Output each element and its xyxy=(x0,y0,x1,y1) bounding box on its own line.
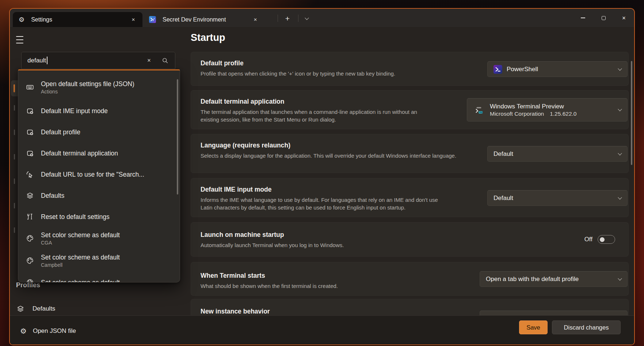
cursor-icon xyxy=(26,170,34,178)
sidebar-profiles-header: Profiles xyxy=(16,281,40,289)
default-terminal-app-dropdown[interactable]: PRE Windows Terminal Preview Microsoft C… xyxy=(467,98,628,122)
search-result-set-color-scheme-clipped[interactable]: Set color scheme as default xyxy=(18,272,180,282)
app-publisher: Microsoft Corporation xyxy=(490,111,544,117)
keyboard-icon xyxy=(26,83,34,91)
language-dropdown[interactable]: Default xyxy=(487,146,628,162)
when-terminal-starts-dropdown[interactable]: Open a tab with the default profile xyxy=(480,271,628,287)
tab-divider xyxy=(278,15,278,22)
sidebar-item-fragment xyxy=(14,154,15,159)
result-subtitle: CGA xyxy=(41,240,120,246)
search-result-default-profile[interactable]: Default profile xyxy=(18,122,180,143)
search-result-default-terminal-application[interactable]: Default terminal application xyxy=(18,143,180,164)
search-result-default-url-search[interactable]: Default URL to use for the "Search... xyxy=(18,164,180,185)
open-json-label: Open JSON file xyxy=(33,327,76,335)
launch-icon xyxy=(26,107,34,115)
page-title: Startup xyxy=(191,32,225,43)
chevron-down-icon xyxy=(618,66,622,70)
result-title: Set color scheme as default xyxy=(41,279,120,283)
nav-menu-button[interactable] xyxy=(16,35,27,45)
dropdown-value: Windows Terminal Preview xyxy=(490,103,576,110)
tab-settings[interactable]: ⚙ Settings ✕ xyxy=(13,12,142,27)
chevron-down-icon xyxy=(618,107,622,111)
sidebar-item-fragment xyxy=(14,130,15,135)
tab-divider xyxy=(298,15,298,22)
search-result-default-ime-input-mode[interactable]: Default IME input mode xyxy=(18,100,180,122)
dropdown-value: Default xyxy=(494,195,513,202)
flyout-scrollbar[interactable] xyxy=(177,79,178,195)
setting-description: Selects a display language for the appli… xyxy=(201,152,460,159)
footer-bar: ⚙ Open JSON file Save Discard changes xyxy=(10,315,634,345)
search-results-flyout: Open default settings file (JSON) Action… xyxy=(18,69,180,282)
dropdown-value: Default xyxy=(494,150,513,158)
dropdown-value: PowerShell xyxy=(507,66,538,73)
search-result-set-color-scheme-cga[interactable]: Set color scheme as default CGA xyxy=(18,227,180,249)
new-tab-button[interactable]: + xyxy=(281,12,294,25)
tab-title: Settings xyxy=(31,16,52,23)
search-input[interactable]: default ✕ xyxy=(21,52,175,69)
search-result-defaults[interactable]: Defaults xyxy=(18,185,180,206)
gear-icon: ⚙ xyxy=(20,327,27,335)
search-value: default xyxy=(27,57,46,64)
sidebar-item-fragment xyxy=(14,227,15,233)
close-tab-icon[interactable]: ✕ xyxy=(251,15,260,24)
setting-description: What should be shown when the first term… xyxy=(201,282,460,290)
text-cursor xyxy=(47,57,47,64)
ime-input-mode-dropdown[interactable]: Default xyxy=(487,190,628,206)
search-result-open-default-settings-file[interactable]: Open default settings file (JSON) Action… xyxy=(18,74,180,100)
search-icon[interactable] xyxy=(160,57,171,64)
dropdown-value: Open a tab with the default profile xyxy=(486,276,579,283)
open-json-file-button[interactable]: ⚙ Open JSON file xyxy=(16,323,80,339)
result-title: Default IME input mode xyxy=(41,107,108,115)
tab-secret-dev-environment[interactable]: Secret Dev Environment ✕ xyxy=(144,12,264,27)
discard-changes-button[interactable]: Discard changes xyxy=(552,320,621,334)
setting-title: Launch on machine startup xyxy=(201,231,628,239)
save-label: Save xyxy=(526,324,540,331)
startup-settings-content: Startup Default profile Profile that ope… xyxy=(191,27,629,345)
launch-startup-toggle[interactable] xyxy=(598,235,615,244)
search-result-reset-to-default-settings[interactable]: Reset to default settings xyxy=(18,206,180,227)
chevron-down-icon xyxy=(618,151,622,155)
close-window-button[interactable]: ✕ xyxy=(614,9,634,27)
result-title: Default URL to use for the "Search... xyxy=(41,171,144,178)
result-title: Open default settings file (JSON) xyxy=(41,80,134,88)
selection-indicator xyxy=(14,84,15,92)
layers-icon xyxy=(26,192,34,200)
settings-page: default ✕ Profiles xyxy=(10,27,634,345)
palette-icon xyxy=(26,234,34,242)
result-title: Set color scheme as default xyxy=(41,254,120,261)
chevron-down-icon xyxy=(618,276,622,280)
default-profile-dropdown[interactable]: PowerShell xyxy=(487,61,628,77)
save-button[interactable]: Save xyxy=(519,320,548,334)
titlebar[interactable]: ⚙ Settings ✕ Secret Dev Environment xyxy=(10,9,634,27)
setting-row-default-terminal-application: Default terminal application The termina… xyxy=(191,90,629,129)
setting-row-when-terminal-starts: When Terminal starts What should be show… xyxy=(191,262,629,296)
setting-description: Profile that opens when clicking the '+'… xyxy=(201,70,460,77)
maximize-button[interactable] xyxy=(593,9,614,27)
setting-description: Informs the IME what language to use by … xyxy=(201,196,449,211)
close-tab-icon[interactable]: ✕ xyxy=(129,15,138,24)
result-title: Set color scheme as default xyxy=(41,231,120,239)
minimize-button[interactable] xyxy=(573,9,593,27)
terminal-preview-icon: PRE xyxy=(473,104,485,116)
gear-icon: ⚙ xyxy=(19,16,24,23)
palette-icon xyxy=(26,278,34,282)
svg-text:PRE: PRE xyxy=(479,112,483,114)
setting-description: The terminal application that launches w… xyxy=(201,108,434,123)
discard-label: Discard changes xyxy=(564,324,609,331)
sidebar-item-defaults[interactable]: Defaults xyxy=(14,301,55,317)
tab-dropdown-button[interactable] xyxy=(300,13,313,24)
sidebar-item-fragment xyxy=(14,178,15,184)
tab-title: Secret Dev Environment xyxy=(163,16,226,23)
search-result-set-color-scheme-campbell[interactable]: Set color scheme as default Campbell xyxy=(18,249,180,272)
app-version: 1.25.622.0 xyxy=(550,111,576,117)
page-scrollbar[interactable] xyxy=(631,61,632,165)
toggle-state-label: Off xyxy=(584,236,592,243)
toggle-knob xyxy=(600,237,605,242)
sidebar-item-label: Defaults xyxy=(33,305,55,312)
result-title: Default terminal application xyxy=(41,150,118,157)
chevron-down-icon xyxy=(618,195,622,199)
palette-icon xyxy=(26,257,34,265)
window-controls: ✕ xyxy=(573,9,634,27)
clear-search-icon[interactable]: ✕ xyxy=(144,58,155,63)
result-title: Default profile xyxy=(41,128,80,136)
